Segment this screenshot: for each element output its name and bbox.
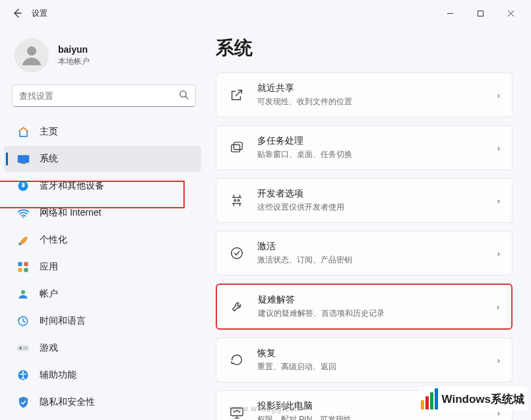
chevron-right-icon: › (497, 302, 499, 312)
svg-point-6 (180, 90, 186, 96)
svg-line-7 (185, 96, 188, 99)
chevron-right-icon: › (497, 196, 500, 206)
back-button[interactable] (5, 1, 29, 25)
window-title: 设置 (32, 8, 47, 19)
svg-rect-31 (231, 408, 243, 416)
svg-rect-26 (232, 144, 240, 152)
svg-rect-8 (17, 155, 28, 163)
svg-point-11 (22, 216, 24, 218)
nav-bluetooth[interactable]: 蓝牙和其他设备 (4, 173, 201, 199)
search-input[interactable] (19, 91, 179, 101)
close-button[interactable] (495, 3, 526, 24)
developer-icon (228, 192, 245, 209)
card-title: 激活 (257, 241, 497, 253)
svg-point-29 (237, 200, 239, 202)
arrow-left-icon (12, 8, 22, 18)
nav-system[interactable]: 系统 (4, 146, 201, 172)
chevron-right-icon: › (497, 249, 500, 258)
nav-label: 蓝牙和其他设备 (40, 180, 104, 192)
nav-label: 帐户 (40, 288, 58, 300)
card-sub: 激活状态、订阅、产品密钥 (257, 255, 497, 266)
bluetooth-icon (16, 179, 30, 193)
apps-icon (16, 260, 30, 274)
nav-label: 主页 (40, 126, 58, 138)
card-title: 开发者选项 (257, 188, 497, 200)
share-icon (228, 86, 245, 104)
activation-icon (228, 245, 245, 262)
card-texts: 激活 激活状态、订阅、产品密钥 (257, 241, 497, 266)
svg-rect-9 (20, 163, 26, 164)
card-sub: 这些设置仅供开发者使用 (257, 202, 497, 213)
svg-rect-2 (478, 11, 483, 16)
nav-personalize[interactable]: 个性化 (4, 227, 201, 253)
svg-rect-13 (18, 262, 22, 266)
accounts-icon (16, 287, 30, 301)
svg-point-25 (22, 371, 24, 373)
time-icon (16, 314, 30, 328)
minimize-button[interactable] (435, 3, 465, 24)
nav-label: 应用 (40, 261, 58, 273)
card-nearby-share[interactable]: 就近共享 可发现性、收到文件的位置 › (216, 73, 513, 117)
brand-bars-icon (421, 388, 438, 409)
svg-rect-19 (17, 345, 29, 351)
nav-label: 辅助功能 (40, 369, 77, 381)
svg-point-21 (25, 347, 26, 349)
nav-accessibility[interactable]: 辅助功能 (4, 362, 201, 388)
system-icon (16, 152, 30, 166)
close-icon (507, 10, 515, 17)
page-title: 系统 (216, 36, 513, 61)
personalize-icon (16, 233, 30, 247)
nav-privacy[interactable]: 隐私和安全性 (4, 389, 201, 415)
account-type: 本地帐户 (58, 56, 90, 67)
nav-home[interactable]: 主页 (4, 119, 201, 145)
account-name: baiyun (58, 44, 90, 55)
gaming-icon (16, 341, 30, 355)
card-texts: 就近共享 可发现性、收到文件的位置 (257, 82, 497, 107)
chevron-right-icon: › (497, 143, 500, 153)
card-recovery[interactable]: 恢复 重置、高级启动、返回 › (216, 338, 513, 382)
card-sub: 贴靠窗口、桌面、任务切换 (257, 149, 497, 160)
card-title: 恢复 (257, 347, 497, 359)
svg-point-28 (234, 200, 236, 202)
privacy-icon (16, 395, 30, 409)
card-activation[interactable]: 激活 激活状态、订阅、产品密钥 › (216, 231, 513, 276)
nav-label: 隐私和安全性 (40, 396, 95, 408)
network-icon (16, 206, 30, 220)
nav-label: 游戏 (40, 342, 58, 354)
svg-point-12 (18, 243, 20, 245)
title-bar: 设置 (0, 0, 531, 26)
svg-point-30 (232, 248, 243, 259)
minimize-icon (447, 10, 454, 17)
nav-gaming[interactable]: 游戏 (4, 335, 201, 361)
card-sub: 可发现性、收到文件的位置 (257, 96, 497, 107)
chevron-right-icon: › (497, 90, 500, 100)
nav-network[interactable]: 网络和 Internet (4, 200, 201, 226)
card-texts: 开发者选项 这些设置仅供开发者使用 (257, 188, 497, 213)
nav-accounts[interactable]: 帐户 (4, 281, 201, 307)
troubleshoot-icon (229, 298, 246, 315)
card-texts: 恢复 重置、高级启动、返回 (257, 347, 497, 373)
search-box[interactable] (12, 84, 196, 107)
account-text: baiyun 本地帐户 (58, 44, 90, 67)
nav-label: 系统 (40, 153, 58, 165)
svg-rect-15 (18, 268, 22, 272)
maximize-button[interactable] (465, 3, 495, 24)
nav-apps[interactable]: 应用 (4, 254, 201, 280)
card-title: 疑难解答 (258, 294, 497, 306)
card-multitasking[interactable]: 多任务处理 贴靠窗口、桌面、任务切换 › (216, 125, 513, 170)
svg-rect-16 (24, 268, 28, 272)
brand-logo: Windows系统城 (418, 387, 527, 411)
project-icon (228, 404, 245, 420)
avatar (15, 38, 49, 73)
card-title: 就近共享 (257, 82, 497, 94)
svg-point-5 (27, 46, 36, 55)
card-title: 多任务处理 (257, 135, 497, 147)
card-developer[interactable]: 开发者选项 这些设置仅供开发者使用 › (216, 178, 513, 223)
search-icon (179, 90, 189, 102)
nav-time[interactable]: 时间和语言 (4, 308, 201, 334)
account-block[interactable]: baiyun 本地帐户 (12, 33, 201, 84)
recovery-icon (228, 351, 245, 369)
nav-label: 网络和 Internet (40, 207, 101, 219)
multitask-icon (228, 139, 245, 156)
card-troubleshoot[interactable]: 疑难解答 建议的疑难解答、首选项和历史记录 › (216, 284, 513, 330)
